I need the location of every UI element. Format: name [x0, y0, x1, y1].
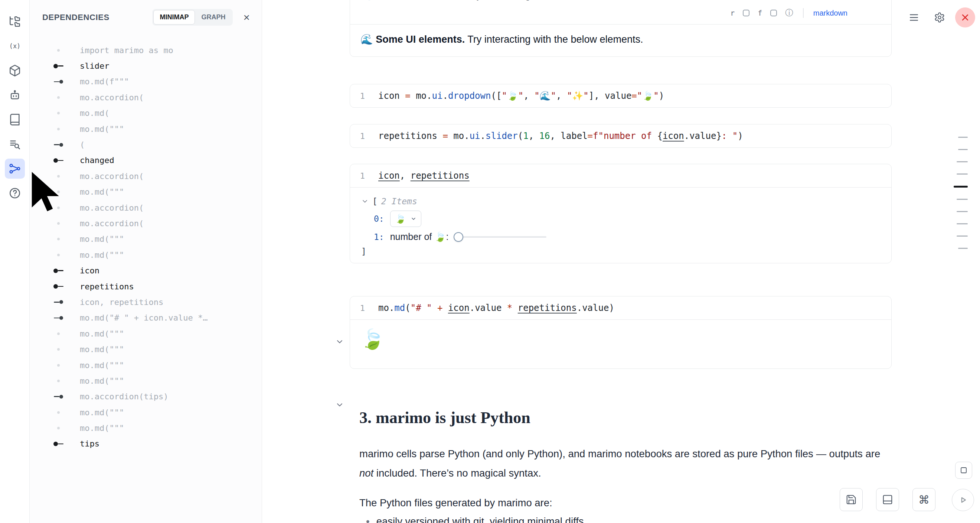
dependencies-panel-header: DEPENDENCIES MINIMAP GRAPH ×	[30, 0, 262, 26]
chevron-down-icon[interactable]	[335, 400, 344, 410]
variable-link[interactable]: repetitions	[410, 171, 469, 181]
dep-item-label: mo.md(	[80, 108, 109, 118]
code-cell-md-output: 1 mo.md("# " + icon.value * repetitions.…	[350, 296, 892, 369]
dep-list-item[interactable]: (	[45, 137, 262, 152]
info-icon[interactable]: ⓘ	[783, 7, 795, 19]
dep-marker-dot-icon	[45, 175, 72, 177]
slider-knob[interactable]	[453, 232, 463, 242]
format-toggle-checkbox[interactable]	[770, 10, 777, 16]
language-label[interactable]: markdown	[811, 8, 850, 18]
minimap-line[interactable]	[957, 174, 968, 175]
dep-list-item[interactable]: mo.md("# " + icon.value *…	[45, 310, 262, 326]
variable-link[interactable]: repetitions	[518, 303, 577, 313]
dep-list-item[interactable]: mo.accordion(	[45, 89, 262, 105]
code-token: mo	[416, 91, 426, 101]
panel-toggle-button[interactable]	[955, 462, 972, 479]
menu-button[interactable]	[904, 8, 924, 27]
logs-icon[interactable]	[5, 134, 25, 154]
dep-list-item[interactable]: mo.md("""	[45, 341, 262, 357]
markdown-editor[interactable]: 🌊 Some UI elements. Try interacting with…	[350, 0, 891, 5]
repetitions-slider[interactable]	[453, 232, 546, 242]
code-token: slider	[485, 131, 518, 141]
dep-list-item[interactable]: mo.md(f"""	[45, 74, 262, 89]
dep-list-item[interactable]: mo.md("""	[45, 121, 262, 137]
code-token: "🌊"	[534, 91, 556, 101]
minimap-line[interactable]	[954, 186, 968, 188]
shutdown-button[interactable]	[955, 8, 975, 27]
file-tree-icon[interactable]	[5, 11, 25, 32]
dep-list-item[interactable]: mo.md("""	[45, 373, 262, 389]
reactive-toggle-checkbox[interactable]	[743, 10, 749, 16]
settings-button[interactable]	[929, 8, 950, 27]
dep-marker-dot-icon	[45, 128, 72, 131]
dependencies-icon[interactable]	[5, 159, 25, 179]
dep-list-item[interactable]: tips	[45, 436, 262, 452]
reactive-toggle-label[interactable]: r	[728, 8, 737, 18]
minimap-line[interactable]	[957, 236, 968, 237]
dep-list-item[interactable]: changed	[45, 153, 262, 168]
dep-list-item[interactable]: import marimo as mo	[45, 42, 262, 58]
dep-list-item[interactable]: mo.md("""	[45, 405, 262, 420]
code-token: ui	[469, 131, 480, 141]
code-editor[interactable]: 1 icon = mo.ui.dropdown(["🍃", "🌊", "✨"],…	[350, 85, 891, 107]
tab-minimap[interactable]: MINIMAP	[153, 10, 195, 24]
tab-graph[interactable]: GRAPH	[195, 10, 232, 24]
dep-list-item[interactable]: mo.accordion(	[45, 215, 262, 231]
chevron-down-icon[interactable]	[335, 337, 344, 347]
dep-item-label: changed	[80, 156, 115, 165]
minimap-line[interactable]	[958, 137, 968, 138]
dep-list-item[interactable]: mo.md("""	[45, 231, 262, 247]
run-button[interactable]	[952, 489, 974, 511]
help-icon[interactable]	[5, 183, 25, 203]
dep-list-item[interactable]: mo.accordion(	[45, 168, 262, 184]
code-cell-dropdown: 1 icon = mo.ui.dropdown(["🍃", "🌊", "✨"],…	[350, 84, 892, 108]
dep-marker-dot-icon	[45, 207, 72, 209]
close-panel-button[interactable]: ×	[241, 11, 252, 23]
minimap-line[interactable]	[957, 161, 968, 162]
code-editor[interactable]: 1 mo.md("# " + icon.value * repetitions.…	[350, 297, 891, 319]
variables-icon[interactable]: (x)	[5, 36, 25, 56]
save-button[interactable]	[840, 488, 863, 511]
variable-link[interactable]: icon	[448, 303, 469, 313]
dep-list-item[interactable]: mo.md("""	[45, 184, 262, 200]
code-token	[410, 91, 416, 101]
code-token	[501, 303, 507, 313]
dep-list-item[interactable]: slider	[45, 58, 262, 73]
dep-list-item[interactable]: mo.md(	[45, 105, 262, 121]
slider-track[interactable]	[453, 236, 546, 238]
format-toggle-label[interactable]: f	[756, 8, 764, 18]
dep-marker-ref-icon	[45, 80, 72, 84]
dep-list-item[interactable]: icon	[45, 263, 262, 278]
minimap-line[interactable]	[958, 248, 968, 249]
dep-list-item[interactable]: mo.md("""	[45, 357, 262, 373]
variable-link[interactable]: icon	[378, 171, 400, 181]
code-token: +	[437, 303, 442, 313]
tree-bracket-close: ]	[361, 247, 891, 256]
close-icon	[959, 12, 971, 23]
docs-icon[interactable]	[5, 110, 25, 130]
code-token: label	[560, 131, 587, 141]
code-editor[interactable]: 1 icon, repetitions	[350, 164, 891, 187]
dep-list-item[interactable]: repetitions	[45, 279, 262, 294]
dep-item-label: (	[80, 140, 84, 149]
code-editor[interactable]: 1 repetitions = mo.ui.slider(1, 16, labe…	[350, 124, 891, 147]
packages-icon[interactable]	[5, 61, 25, 81]
dep-list-item[interactable]: mo.accordion(tips)	[45, 389, 262, 405]
bot-icon[interactable]	[5, 85, 25, 105]
cell-layout-button[interactable]	[876, 488, 899, 511]
minimap-line[interactable]	[957, 211, 968, 212]
dep-list-item[interactable]: icon, repetitions	[45, 294, 262, 310]
minimap-line[interactable]	[957, 223, 968, 224]
dropdown-select[interactable]: 🍃	[390, 210, 421, 227]
dep-list-item[interactable]: mo.accordion(	[45, 200, 262, 215]
chevron-down-icon[interactable]	[361, 198, 369, 205]
keyboard-shortcuts-button[interactable]: ⌘	[912, 488, 935, 511]
minimap-line[interactable]	[957, 199, 968, 200]
code-token: ],	[589, 91, 605, 101]
dep-list-item[interactable]: mo.md("""	[45, 420, 262, 436]
variable-link[interactable]: icon	[663, 131, 684, 141]
dep-list-item[interactable]: mo.md("""	[45, 326, 262, 341]
dep-marker-dot-icon	[45, 238, 72, 240]
dep-list-item[interactable]: mo.md("""	[45, 247, 262, 263]
minimap-line[interactable]	[958, 149, 968, 150]
